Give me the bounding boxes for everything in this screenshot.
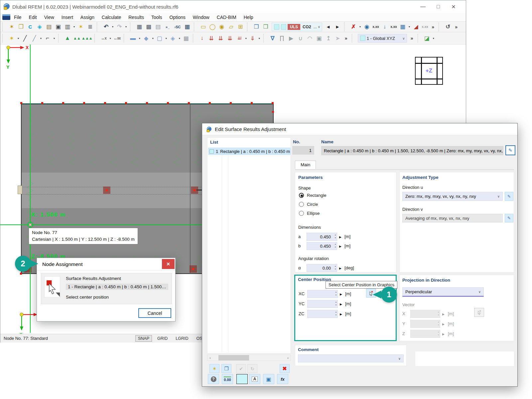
undo-caret-icon[interactable]: ▾: [111, 23, 115, 31]
dimension-caret-icon[interactable]: ▾: [108, 34, 112, 43]
generate-load-cases-icon[interactable]: ❒: [252, 23, 261, 31]
load-generator-icon[interactable]: ⇓: [248, 34, 257, 43]
fly-mode-icon[interactable]: ➤: [333, 34, 342, 43]
select-circle-icon[interactable]: ◯: [208, 23, 217, 31]
select-window-icon[interactable]: ▭: [199, 23, 208, 31]
graphics-settings-button[interactable]: ▣: [263, 374, 274, 384]
render-mode-icon[interactable]: ▣: [315, 34, 324, 43]
undo-icon[interactable]: ↶: [101, 23, 111, 31]
result-values-2-icon[interactable]: x.xx: [389, 23, 398, 31]
smooth-ranges-icon[interactable]: ◢: [411, 23, 421, 31]
result-diagram-icon[interactable]: ∪: [296, 34, 305, 43]
print-icon[interactable]: ▥: [63, 23, 72, 31]
previous-load-case-button[interactable]: ◂: [324, 23, 333, 31]
list-horizontal-scrollbar[interactable]: ‹ ›: [207, 355, 291, 361]
show-result-values-icon[interactable]: ↓: [380, 23, 389, 31]
pan-view-icon[interactable]: ◠: [305, 34, 315, 43]
load-combinations-icon[interactable]: ❒: [261, 23, 270, 31]
node-marker[interactable]: [103, 187, 110, 194]
next-load-case-button[interactable]: ▸: [333, 23, 342, 31]
edit-name-button[interactable]: ✎: [505, 145, 515, 155]
opening-caret-icon[interactable]: ▾: [164, 34, 168, 43]
new-solid-icon[interactable]: ◆: [142, 34, 151, 43]
maximize-button[interactable]: □: [431, 0, 446, 13]
menu-results[interactable]: Results: [125, 14, 148, 21]
parameter-arrow-icon[interactable]: ▶: [339, 235, 341, 239]
spinner-icon[interactable]: ▴▾: [335, 243, 336, 249]
printout-report-icon[interactable]: ≣: [85, 23, 95, 31]
more-buttons-chevron[interactable]: »: [408, 34, 416, 43]
open-model-icon[interactable]: ❐: [16, 23, 26, 31]
data-tables-icon[interactable]: ▦: [135, 23, 144, 31]
menu-edit[interactable]: Edit: [25, 14, 41, 21]
model-3d-icon[interactable]: ◈: [35, 23, 44, 31]
node-marker[interactable]: [191, 187, 198, 194]
select-special-icon[interactable]: ⊞: [236, 23, 245, 31]
delete-adjustment-button[interactable]: ✖: [280, 364, 290, 373]
comment-dropdown[interactable]: ∨: [298, 354, 404, 362]
menu-options[interactable]: Options: [166, 14, 189, 21]
workplane-icon[interactable]: ◪: [422, 34, 432, 43]
select-polygon-icon[interactable]: ▱: [226, 23, 236, 31]
insert-polyline-icon[interactable]: ⌐: [43, 34, 52, 43]
display-properties-button[interactable]: A: [249, 374, 260, 384]
spinner-icon[interactable]: ▴▾: [335, 291, 336, 297]
more-buttons-chevron[interactable]: »: [342, 34, 350, 43]
visibility-filter-icon[interactable]: ∇: [268, 34, 277, 43]
select-all-button[interactable]: ✔: [236, 364, 246, 373]
values-gray-icon[interactable]: x.xx: [421, 23, 429, 31]
dimension-b-field[interactable]: 0.450 ▴▾: [307, 242, 337, 250]
snap-toggle[interactable]: SNAP: [135, 335, 152, 342]
invert-selection-button[interactable]: ↻: [247, 364, 257, 373]
select-annulus-icon[interactable]: ◉: [217, 23, 226, 31]
result-values-icon[interactable]: x.xx: [371, 23, 380, 31]
edit-direction-u-button[interactable]: ✎: [505, 192, 513, 201]
member-caret-icon[interactable]: ▾: [39, 34, 43, 43]
parameter-arrow-icon[interactable]: ▶: [340, 313, 342, 316]
projection-dropdown[interactable]: Perpendicular ∨: [402, 287, 484, 297]
shape-radio-rectangle[interactable]: Rectangle: [299, 193, 327, 198]
surface-load-icon[interactable]: ⇊: [225, 34, 235, 43]
node-caret-icon[interactable]: ▾: [16, 34, 20, 43]
clipping-planes-icon[interactable]: ∏: [277, 34, 287, 43]
parameter-arrow-icon[interactable]: ▶: [340, 303, 342, 306]
surface-caret-icon[interactable]: ▾: [138, 34, 142, 43]
result-function-button[interactable]: fx: [277, 374, 288, 384]
console-icon[interactable]: »_: [163, 23, 173, 31]
structure-gray-icon[interactable]: ▩: [182, 34, 191, 43]
print-caret-icon[interactable]: ▾: [72, 23, 76, 31]
color-swatch-button[interactable]: [236, 374, 248, 384]
workplane-caret-icon[interactable]: ▾: [432, 34, 436, 43]
grid-caret-icon[interactable]: ▾: [407, 23, 411, 31]
save-icon[interactable]: ▣: [54, 23, 63, 31]
copy-adjustment-button[interactable]: ❐: [221, 364, 231, 373]
menu-help[interactable]: Help: [240, 14, 257, 21]
result-grid-icon[interactable]: ▦: [398, 23, 407, 31]
parameter-arrow-icon[interactable]: ▶: [340, 293, 342, 296]
alpha-field[interactable]: 0.00 ▴▾: [307, 264, 337, 272]
node-marker[interactable]: [190, 265, 197, 273]
redo-icon[interactable]: ↷: [115, 23, 124, 31]
dimension-a-field[interactable]: 0.450 ▴▾: [307, 233, 337, 241]
dlubal-center-icon[interactable]: C: [26, 23, 35, 31]
spinner-icon[interactable]: ▴▾: [335, 311, 336, 317]
insert-line-icon[interactable]: ╱: [20, 34, 30, 43]
member-load-icon[interactable]: ⇊: [207, 34, 216, 43]
units-settings-button[interactable]: 0.00: [222, 374, 233, 384]
insert-node-icon[interactable]: ✶: [7, 34, 16, 43]
spinner-icon[interactable]: ▴▾: [335, 301, 336, 307]
menu-insert[interactable]: Insert: [58, 14, 77, 21]
show-results-icon[interactable]: ◉: [362, 23, 371, 31]
free-load-icon[interactable]: ⇊I: [235, 34, 244, 43]
more-buttons-chevron[interactable]: »: [429, 23, 437, 31]
new-block-icon[interactable]: ◈: [168, 34, 178, 43]
menu-tools[interactable]: Tools: [148, 14, 166, 21]
scrollbar-thumb[interactable]: [218, 355, 249, 360]
spinner-icon[interactable]: ▴▾: [335, 233, 336, 239]
dimension-xx-icon[interactable]: ↔xx: [112, 34, 122, 43]
polyline-caret-icon[interactable]: ▾: [52, 34, 56, 43]
spreadsheet-icon[interactable]: ▩: [144, 23, 153, 31]
generator-caret-icon[interactable]: ▾: [257, 34, 261, 43]
redo-caret-icon[interactable]: ▾: [124, 23, 128, 31]
menu-file[interactable]: File: [10, 14, 25, 21]
